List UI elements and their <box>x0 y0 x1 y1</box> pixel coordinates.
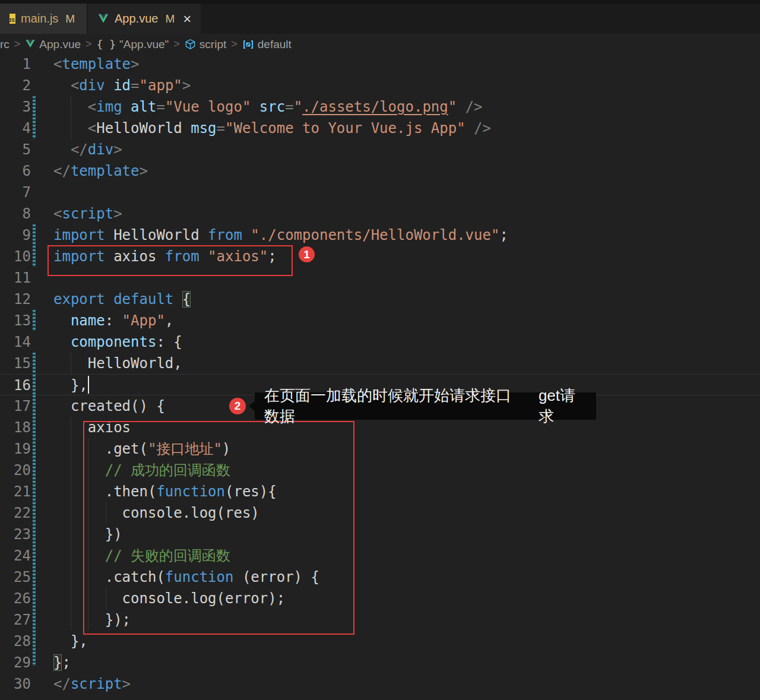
breadcrumb-item-app-vue[interactable]: App.vue <box>25 38 81 51</box>
gutter-modified-indicator <box>33 545 36 566</box>
line-number: 29 <box>0 652 31 673</box>
code-line: 2 <div id="app"> <box>0 75 760 96</box>
gutter-modified-indicator <box>33 375 36 396</box>
code-text: </template> <box>53 160 148 182</box>
code-text: }; <box>53 652 71 673</box>
breadcrumb-item-default[interactable]: default <box>242 38 292 51</box>
line-number: 8 <box>0 203 31 224</box>
gutter-modified-indicator <box>33 310 36 331</box>
line-number: 5 <box>0 139 31 160</box>
line-number: 14 <box>0 331 31 353</box>
code-line: 8<script> <box>0 203 760 224</box>
line-number: 13 <box>0 310 31 331</box>
annotation-badge-2: 2 <box>229 398 246 414</box>
code-line: 12export default { <box>0 289 760 310</box>
tooltip-text: get请求 <box>539 385 587 427</box>
line-number: 28 <box>0 631 31 652</box>
line-number: 26 <box>0 588 31 609</box>
indent-guide <box>71 96 71 139</box>
code-text: <script> <box>53 203 122 224</box>
gutter-modified-indicator <box>33 417 36 438</box>
line-number: 27 <box>0 609 31 631</box>
modified-badge: M <box>165 12 175 26</box>
code-line: 29}; <box>0 652 760 673</box>
code-text: <HelloWorld msg="Welcome to Your Vue.js … <box>53 118 491 139</box>
code-line: 6</template> <box>0 160 760 182</box>
annotation-box-1 <box>48 245 293 276</box>
modified-badge: M <box>65 12 75 26</box>
line-number: 22 <box>0 502 31 524</box>
line-number: 9 <box>0 224 31 246</box>
line-number: 24 <box>0 545 31 566</box>
code-text: name: "App", <box>53 310 173 331</box>
breadcrumb-separator: > <box>86 38 92 50</box>
text-cursor <box>88 376 89 394</box>
tab-app-vue[interactable]: App.vue M × <box>88 4 201 34</box>
gutter-modified-indicator <box>33 118 36 139</box>
gutter-modified-indicator <box>33 96 36 118</box>
breadcrumb-separator: > <box>231 38 238 50</box>
breadcrumb-item-src[interactable]: rc <box>0 38 10 51</box>
breadcrumb: rc > App.vue > { } "App.vue" > script > <box>0 34 760 55</box>
gutter-modified-indicator <box>33 353 36 374</box>
annotation-tooltip: 在页面一加载的时候就开始请求接口数据 get请求 <box>255 392 596 420</box>
line-number: 15 <box>0 353 31 374</box>
code-line: 4 <HelloWorld msg="Welcome to Your Vue.j… <box>0 118 760 139</box>
line-number: 30 <box>0 673 31 695</box>
line-number: 11 <box>0 267 31 289</box>
code-text: import HelloWorld from "./components/Hel… <box>53 224 508 246</box>
code-text: <img alt="Vue logo" src="./assets/logo.p… <box>53 96 483 118</box>
line-number: 17 <box>0 395 31 417</box>
code-text: components: { <box>53 331 182 353</box>
breadcrumb-item-script[interactable]: script <box>185 38 226 51</box>
gutter-modified-indicator <box>33 524 36 545</box>
gutter-modified-indicator <box>33 631 36 652</box>
code-line: 7 <box>0 182 760 203</box>
line-number: 1 <box>0 53 31 75</box>
code-line: 9import HelloWorld from "./components/He… <box>0 224 760 246</box>
gutter-modified-indicator <box>33 246 36 267</box>
gutter-modified-indicator <box>33 460 36 481</box>
cube-icon <box>185 39 196 50</box>
line-number: 4 <box>0 118 31 139</box>
code-text: <template> <box>53 53 140 75</box>
gutter-modified-indicator <box>33 224 36 246</box>
gutter-modified-indicator <box>33 395 36 417</box>
code-text: }, <box>53 375 88 396</box>
code-line: 3 <img alt="Vue logo" src="./assets/logo… <box>0 96 760 118</box>
code-line: 14 components: { <box>0 331 760 353</box>
line-number: 12 <box>0 289 31 310</box>
tab-main-js[interactable]: JS main.js M <box>0 4 87 34</box>
gutter-modified-indicator <box>33 481 36 502</box>
gutter-modified-indicator <box>33 566 36 588</box>
tooltip-notch <box>249 401 255 411</box>
gutter-modified-indicator <box>33 652 36 666</box>
indent-guide <box>71 353 71 374</box>
gutter-modified-indicator <box>33 438 36 460</box>
code-text: <div id="app"> <box>53 75 191 96</box>
code-line: 13 name: "App", <box>0 310 760 331</box>
line-number: 21 <box>0 481 31 502</box>
code-line: 30</script> <box>0 673 760 695</box>
code-text: </div> <box>53 139 122 160</box>
line-number: 18 <box>0 417 31 438</box>
code-text: created() { <box>53 395 165 417</box>
code-line: 15 HelloWorld, <box>0 353 760 374</box>
breadcrumb-item-app-vue-region[interactable]: { } "App.vue" <box>97 38 169 51</box>
line-number: 25 <box>0 566 31 588</box>
tab-label: main.js <box>21 12 58 26</box>
annotation-badge-1: 1 <box>299 246 315 262</box>
line-number: 10 <box>0 246 31 267</box>
line-number: 3 <box>0 96 31 118</box>
close-icon[interactable]: × <box>183 13 191 25</box>
code-line: 5 </div> <box>0 139 760 160</box>
indent-guide <box>71 417 71 631</box>
js-icon: JS <box>10 14 15 24</box>
line-number: 2 <box>0 75 31 96</box>
line-number: 16 <box>0 375 31 396</box>
vue-icon <box>25 39 36 49</box>
annotation-box-2 <box>83 421 354 635</box>
breadcrumb-separator: > <box>173 38 180 50</box>
braces-icon: { } <box>97 38 116 50</box>
line-number: 23 <box>0 524 31 545</box>
